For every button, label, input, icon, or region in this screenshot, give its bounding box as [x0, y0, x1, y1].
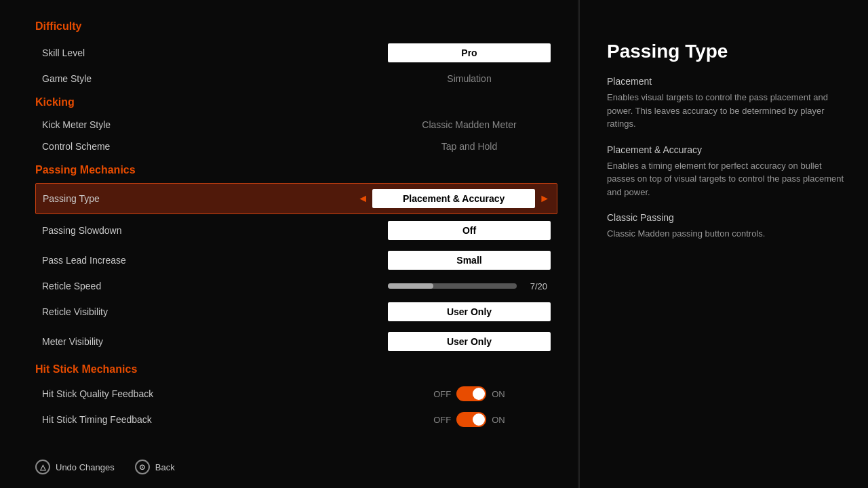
setting-row-meter-visibility[interactable]: Meter VisibilityUser Only	[35, 327, 557, 357]
info-section-title: Classic Passing	[607, 212, 848, 223]
setting-label-game-style: Game Style	[42, 73, 92, 84]
setting-row-hit-stick-timing: Hit Stick Timing FeedbackOFFON	[35, 407, 557, 432]
setting-label-reticle-visibility: Reticle Visibility	[42, 306, 108, 317]
section-header-difficulty: Difficulty	[35, 20, 557, 33]
section-header-hit-stick-mechanics: Hit Stick Mechanics	[35, 363, 557, 375]
setting-label-hit-stick-quality: Hit Stick Quality Feedback	[42, 388, 153, 399]
toggle-knob-hit-stick-timing	[473, 413, 485, 426]
toggle-switch-hit-stick-timing[interactable]	[456, 412, 486, 427]
info-description: Enables visual targets to control the pa…	[607, 91, 848, 131]
toggle-off-label-hit-stick-timing: OFF	[433, 415, 451, 425]
toggle-knob-hit-stick-quality	[473, 388, 485, 400]
setting-row-passing-slowdown[interactable]: Passing SlowdownOff	[35, 216, 557, 245]
info-section-title: Placement	[607, 76, 848, 87]
setting-label-pass-lead-increase: Pass Lead Increase	[42, 255, 126, 266]
setting-label-passing-slowdown: Passing Slowdown	[42, 225, 122, 236]
slider-value-reticle-speed: 7/20	[524, 281, 547, 291]
toggle-container-hit-stick-timing[interactable]: OFFON	[388, 412, 551, 427]
bottom-button-undo-changes[interactable]: △Undo Changes	[35, 460, 115, 474]
setting-label-control-scheme: Control Scheme	[42, 141, 110, 152]
setting-value-passing-slowdown: Off	[388, 221, 551, 240]
slider-container-reticle-speed[interactable]: 7/20	[388, 281, 551, 291]
slider-fill-reticle-speed	[388, 283, 433, 289]
setting-value-meter-visibility: User Only	[388, 332, 551, 351]
setting-row-reticle-visibility[interactable]: Reticle VisibilityUser Only	[35, 297, 557, 327]
info-panel-title: Passing Type	[607, 41, 848, 62]
toggle-off-label-hit-stick-quality: OFF	[433, 389, 451, 399]
setting-row-game-style: Game StyleSimulation	[35, 68, 557, 89]
bottom-button-icon-undo-changes: △	[35, 460, 50, 474]
bottom-button-label-back: Back	[155, 462, 175, 472]
bottom-bar: △Undo Changes⊙Back	[35, 449, 557, 474]
setting-label-hit-stick-timing: Hit Stick Timing Feedback	[42, 414, 152, 425]
setting-label-passing-type: Passing Type	[43, 193, 100, 204]
arrow-left-passing-type[interactable]: ◄	[357, 192, 368, 205]
arrow-right-passing-type[interactable]: ►	[539, 192, 550, 205]
setting-label-skill-level: Skill Level	[42, 47, 85, 58]
slider-track-reticle-speed[interactable]	[388, 283, 517, 289]
setting-label-meter-visibility: Meter Visibility	[42, 336, 103, 347]
toggle-switch-hit-stick-quality[interactable]	[456, 386, 486, 401]
setting-value-game-style: Simulation	[388, 73, 551, 84]
setting-value-control-scheme: Tap and Hold	[388, 141, 551, 152]
setting-label-kick-meter-style: Kick Meter Style	[42, 119, 111, 130]
setting-label-reticle-speed: Reticle Speed	[42, 281, 101, 291]
setting-row-kick-meter-style: Kick Meter StyleClassic Madden Meter	[35, 114, 557, 136]
setting-row-hit-stick-quality: Hit Stick Quality FeedbackOFFON	[35, 381, 557, 407]
setting-row-passing-type[interactable]: Passing Type◄Placement & Accuracy►	[35, 183, 557, 214]
toggle-container-hit-stick-quality[interactable]: OFFON	[388, 386, 551, 401]
setting-value-skill-level: Pro	[388, 43, 551, 62]
bottom-button-icon-back: ⊙	[135, 460, 150, 474]
setting-row-reticle-speed: Reticle Speed7/20	[35, 275, 557, 297]
vertical-settings-label	[0, 0, 22, 488]
settings-panel: DifficultySkill LevelProGame StyleSimula…	[22, 0, 578, 488]
section-header-kicking: Kicking	[35, 96, 557, 108]
setting-row-skill-level[interactable]: Skill LevelPro	[35, 38, 557, 68]
info-description: Classic Madden passing button controls.	[607, 227, 848, 241]
toggle-on-label-hit-stick-quality: ON	[492, 389, 505, 399]
setting-row-control-scheme: Control SchemeTap and Hold	[35, 136, 557, 157]
setting-value-reticle-visibility: User Only	[388, 302, 551, 321]
section-header-passing-mechanics: Passing Mechanics	[35, 164, 557, 176]
info-section-title: Placement & Accuracy	[607, 144, 848, 155]
setting-value-pass-lead-increase: Small	[388, 251, 551, 270]
bottom-button-label-undo-changes: Undo Changes	[56, 462, 115, 472]
setting-value-kick-meter-style: Classic Madden Meter	[388, 119, 551, 130]
info-panel: Passing TypePlacementEnables visual targ…	[579, 0, 868, 488]
bottom-button-back[interactable]: ⊙Back	[135, 460, 175, 474]
info-description: Enables a timing element for perfect acc…	[607, 159, 848, 199]
setting-value-passing-type: Placement & Accuracy	[372, 189, 535, 208]
toggle-on-label-hit-stick-timing: ON	[492, 415, 505, 425]
setting-row-pass-lead-increase[interactable]: Pass Lead IncreaseSmall	[35, 245, 557, 275]
